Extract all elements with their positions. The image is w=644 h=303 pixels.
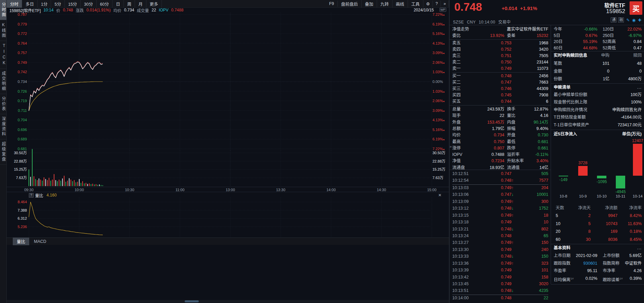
flow-value-label: -4945 (609, 189, 632, 194)
tick-row[interactable]: 10:13:300.749240 (452, 247, 548, 253)
toolbar-button-F9[interactable]: F9 (326, 1, 338, 7)
stat-value: 22 (472, 113, 504, 119)
toolbar-button-盘前盘后[interactable]: 盘前盘后 (338, 0, 362, 8)
sidebar-item-TICK[interactable]: TICK (0, 41, 6, 69)
tick-row[interactable]: 10:13:510.748↓4235 (452, 288, 548, 294)
add-icon[interactable]: ✚ (638, 18, 641, 23)
tick-row[interactable]: 10:13:210.748↓802 (452, 226, 548, 232)
bid-row-1[interactable]: 买一0.7482456 (452, 73, 548, 79)
tick-volume: 3020 (539, 281, 548, 287)
time-label-11:00: 11:00 (176, 188, 185, 192)
tick-row[interactable]: 10:13:120.748↓1752 (452, 205, 548, 211)
period-tab-日[interactable]: 日 (112, 0, 124, 8)
tick-price: 0.749↑ (501, 199, 514, 205)
flow-cell: 60 (554, 236, 568, 244)
axis-arrow-icon: ◂ (443, 90, 444, 93)
toolbar-button-画线[interactable]: 画线 (393, 0, 408, 8)
tick-row[interactable]: 10:13:180.74910 (452, 219, 548, 225)
period-tab-分时[interactable]: 分时 (7, 0, 22, 8)
tick-volume: 240 (541, 247, 548, 253)
level-price: 0.748 (501, 73, 524, 79)
flow-date-label: 10-10 (592, 194, 612, 198)
tick-row[interactable]: 10:13:270.749↑150 (452, 240, 548, 246)
sidebar-item-K线图[interactable]: K线图 (0, 20, 6, 41)
tick-row[interactable]: 10:13:450.7493020 (452, 281, 548, 287)
period-tab-多日[interactable]: 多日 (22, 0, 38, 8)
nav-value-row[interactable]: 净值走势嘉实中证软件服务ETF (452, 26, 548, 33)
tick-row[interactable]: 10:12:510.747505 (452, 171, 548, 177)
ask-row-5[interactable]: 卖五0.7531968 (452, 40, 548, 46)
period-tab-1分[interactable]: 1分 (38, 0, 51, 8)
vol-axis-label: 7.63万 (9, 176, 27, 180)
more-icon[interactable]: » (441, 1, 449, 7)
tick-row[interactable]: 10:13:360.749↑323 (452, 260, 548, 266)
sidebar-item-超级复盘[interactable]: 超级复盘 (0, 139, 6, 165)
bid-row-3[interactable]: 买三0.74644309 (452, 86, 548, 92)
period-tab-更多[interactable]: 更多 (146, 0, 162, 8)
sidebar-item-分价表[interactable]: 分价表 (0, 94, 6, 114)
period-tab-30分[interactable]: 30分 (81, 0, 96, 8)
liangbi-indicator-pane[interactable]: ? 量比 4.160 ✕ 8.4647.3886.3125.236 (7, 192, 449, 238)
tick-row[interactable]: 10:13:150.749↑18 (452, 212, 548, 218)
tick-row[interactable]: 10:13:060.747↓10001 (452, 191, 548, 198)
indicator-tab-bar: 量比MACD (7, 237, 449, 245)
tick-row[interactable]: 10:12:540.748↑7577 (452, 177, 548, 183)
bid-row-4[interactable]: 买四0.7457908 (452, 92, 548, 98)
period-tab-周[interactable]: 周 (124, 0, 135, 8)
ask-row-3[interactable]: 卖三0.7517505 (452, 53, 548, 59)
currency-label: CNY (467, 20, 476, 25)
bid-row-5[interactable]: 买五0.7446 (452, 98, 548, 105)
volume-chart[interactable]: 30.50万30.50万22.88万22.88万15.25万15.25万7.63… (7, 150, 449, 187)
tick-volume: 22 (544, 295, 548, 301)
toolbar-button-工具[interactable]: 工具 (408, 0, 423, 8)
period-tab-月[interactable]: 月 (135, 0, 146, 8)
gear-icon[interactable]: ⚙ (423, 1, 433, 7)
tick-row[interactable]: 10:13:240.74865 (452, 233, 548, 239)
sidebar-item-分时图[interactable]: 分时图 (0, 0, 6, 20)
tick-row[interactable]: 10:14:000.74822 (452, 295, 548, 301)
tab-量比[interactable]: 量比 (13, 237, 29, 245)
redemption-value: 723417.00元 (617, 122, 642, 128)
level-price: 0.746 (501, 86, 524, 92)
bell-icon[interactable]: ◉ (632, 18, 635, 23)
tick-row[interactable]: 10:13:420.749158 (452, 274, 548, 280)
redemption-row: T-1日单位申赎资产723417.00元 (554, 122, 642, 128)
ask-row-1[interactable]: 卖一0.74911073 (452, 66, 548, 72)
help-icon[interactable]: ? (433, 1, 441, 7)
tick-row[interactable]: 10:13:030.749↑204 (452, 184, 548, 191)
axis-arrow-icon: ◂ (443, 138, 444, 141)
wp-badge-icon[interactable]: WP (440, 8, 447, 12)
tick-row[interactable]: 10:13:390.749101 (452, 267, 548, 273)
edit-icon[interactable]: ✎ (626, 18, 630, 23)
vol-axis-label: 15.25万 (9, 167, 27, 171)
flow-bar-10-11 (616, 176, 625, 188)
ask-row-4[interactable]: 卖四0.7523420 (452, 46, 548, 53)
toolbar-button-叠加[interactable]: 叠加 (362, 0, 377, 8)
tick-row[interactable]: 10:13:090.749↑300 (452, 199, 548, 205)
period-tab-15分[interactable]: 15分 (65, 0, 81, 8)
horizontal-scrollbar[interactable] (7, 300, 449, 303)
ask-row-2[interactable]: 卖二0.75023144 (452, 59, 548, 66)
tab-MACD[interactable]: MACD (30, 239, 50, 245)
intraday-price-chart[interactable]: 0.7870.7790.7720.7640.7570.7490.7420.734… (7, 13, 449, 150)
panel-collapse-icon[interactable]: » (450, 144, 452, 148)
separator (551, 130, 644, 130)
tick-volume: 65 (544, 233, 548, 239)
perf-label: 5日 (554, 33, 571, 39)
buy-button[interactable]: 买 (630, 1, 642, 15)
instrument-code: 159852 (606, 8, 625, 15)
indicator-help-icon[interactable]: ? (29, 193, 34, 198)
tick-row[interactable]: 10:13:330.748↓150 (452, 253, 548, 259)
redemption-label: 现金替代比例上限 (554, 99, 631, 105)
toolbar-button-九转[interactable]: 九转 (377, 0, 393, 8)
scrollbar-thumb[interactable] (185, 300, 199, 302)
bid-row-2[interactable]: 买二0.7477663 (452, 79, 548, 86)
column-divider (551, 25, 551, 284)
sidebar-item-成交明细[interactable]: 成交明细 (0, 69, 6, 94)
period-tab-60分[interactable]: 60分 (97, 0, 112, 8)
sidebar-item-深度资料[interactable]: 深度资料 (0, 114, 6, 139)
close-icon[interactable]: ✕ (438, 193, 442, 198)
period-toolbar: 分时多日1分5分15分30分60分日周月更多F9盘前盘后叠加九转画线工具⚙?» (7, 0, 449, 8)
perf-row: 5日0.67%250日-6.97% (554, 33, 642, 39)
period-tab-5分[interactable]: 5分 (51, 0, 64, 8)
